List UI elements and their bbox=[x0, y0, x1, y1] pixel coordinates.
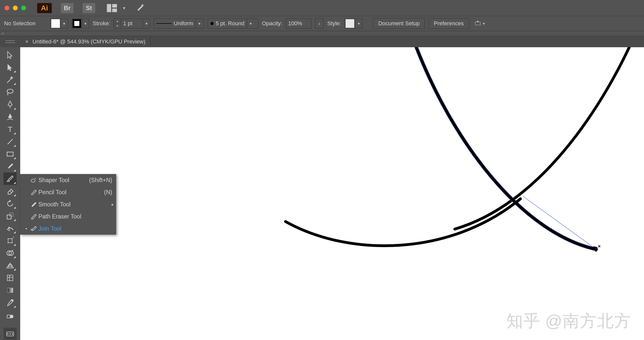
free-transform-tool[interactable] bbox=[4, 234, 17, 247]
svg-point-12 bbox=[8, 238, 9, 239]
svg-point-25 bbox=[12, 333, 13, 334]
fill-swatch[interactable]: ▾ bbox=[50, 18, 68, 29]
direct-selection-tool[interactable] bbox=[4, 61, 17, 74]
flyout-path-eraser-tool[interactable]: Path Eraser Tool bbox=[20, 210, 116, 223]
eraser-tool[interactable] bbox=[4, 185, 17, 197]
stroke-weight-value[interactable]: 1 pt bbox=[121, 20, 143, 27]
gradient-tool[interactable] bbox=[4, 284, 17, 296]
stroke-weight-caret[interactable]: ▾ bbox=[143, 19, 150, 28]
flyout-item-label: Join Tool bbox=[38, 225, 116, 232]
flyout-item-label: Path Eraser Tool bbox=[38, 213, 116, 220]
opacity-field[interactable]: 100% bbox=[286, 18, 312, 29]
svg-point-13 bbox=[12, 238, 13, 239]
flyout-item-shortcut: (N) bbox=[104, 189, 116, 196]
line-segment-tool[interactable] bbox=[4, 135, 17, 148]
selection-status: No Selection bbox=[4, 20, 36, 27]
selection-tool[interactable] bbox=[4, 49, 17, 61]
more-tools-button[interactable] bbox=[4, 328, 17, 340]
tool-flyout-menu: Shaper Tool (Shift+N) Pencil Tool (N) Sm… bbox=[20, 174, 116, 235]
stock-button[interactable]: St bbox=[83, 3, 95, 13]
style-label: Style: bbox=[327, 20, 341, 27]
flyout-join-tool[interactable]: ▪ Join Tool bbox=[20, 223, 116, 235]
svg-rect-3 bbox=[475, 22, 480, 25]
brush-definition[interactable]: 5 pt. Round ▾ bbox=[208, 18, 258, 29]
rectangle-tool[interactable] bbox=[4, 148, 17, 160]
svg-line-6 bbox=[8, 139, 13, 144]
svg-point-24 bbox=[10, 333, 11, 334]
align-to-selection[interactable]: ▾ bbox=[474, 20, 485, 27]
stroke-weight-field[interactable]: ▴▾ 1 pt ▾ bbox=[114, 18, 150, 29]
style-caret[interactable]: ▾ bbox=[355, 19, 362, 28]
tab-bar-grip[interactable] bbox=[0, 36, 20, 47]
magic-wand-tool[interactable] bbox=[4, 74, 17, 86]
svg-text:T: T bbox=[8, 125, 12, 133]
profile-label: Uniform bbox=[174, 20, 196, 27]
watermark: 知乎 @南方北方 bbox=[506, 310, 631, 332]
main-area: T Shaper Tool (Shift+N) bbox=[0, 47, 644, 340]
brush-caret[interactable]: ▾ bbox=[247, 19, 254, 28]
close-tab-icon[interactable]: × bbox=[25, 38, 29, 45]
mesh-tool[interactable] bbox=[4, 272, 17, 284]
variable-width-profile[interactable]: Uniform ▾ bbox=[154, 18, 204, 29]
svg-rect-18 bbox=[7, 275, 13, 281]
scale-tool[interactable] bbox=[4, 210, 17, 222]
app-badge: Ai bbox=[37, 3, 52, 13]
submenu-arrow-icon: ▸ bbox=[112, 202, 114, 207]
stroke-label: Stroke: bbox=[93, 20, 110, 27]
zoom-window-button[interactable] bbox=[21, 6, 26, 10]
arrange-dropdown-caret[interactable]: ▾ bbox=[123, 5, 125, 11]
curvature-tool[interactable] bbox=[4, 111, 17, 123]
arrange-documents-button[interactable] bbox=[106, 3, 118, 13]
smooth-tool-icon bbox=[29, 201, 38, 208]
flyout-item-label: Pencil Tool bbox=[38, 189, 104, 196]
shaper-tool-group[interactable] bbox=[4, 173, 17, 185]
opacity-label: Opacity: bbox=[262, 20, 282, 27]
opacity-expand-button[interactable]: › bbox=[315, 18, 324, 29]
paintbrush-tool[interactable] bbox=[4, 160, 17, 173]
current-tool-marker: ▪ bbox=[24, 226, 29, 231]
svg-rect-7 bbox=[7, 152, 13, 156]
line-preview-icon bbox=[156, 23, 172, 24]
svg-rect-1 bbox=[112, 4, 117, 8]
lasso-tool[interactable] bbox=[4, 86, 17, 98]
stroke-weight-stepper[interactable]: ▴▾ bbox=[114, 19, 121, 28]
stroke-swatch[interactable]: ▾ bbox=[71, 18, 89, 29]
watermark-site: 知乎 bbox=[506, 310, 541, 332]
document-tab[interactable]: × Untitled-6* @ 544.93% (CMYK/GPU Previe… bbox=[20, 36, 151, 47]
path-eraser-tool-icon bbox=[29, 213, 38, 220]
svg-point-27 bbox=[31, 179, 35, 182]
opacity-value[interactable]: 100% bbox=[286, 20, 311, 27]
flyout-shaper-tool[interactable]: Shaper Tool (Shift+N) bbox=[20, 174, 116, 186]
gpu-preview-icon[interactable] bbox=[136, 3, 145, 13]
width-tool[interactable] bbox=[4, 222, 17, 234]
join-tool-icon bbox=[29, 225, 38, 232]
flyout-smooth-tool[interactable]: Smooth Tool ▸ bbox=[20, 198, 116, 210]
shape-builder-tool[interactable] bbox=[4, 247, 17, 259]
svg-point-22 bbox=[10, 315, 13, 318]
svg-line-8 bbox=[10, 191, 12, 193]
fill-dropdown-caret[interactable]: ▾ bbox=[61, 19, 68, 28]
eyedropper-tool[interactable] bbox=[4, 296, 17, 309]
svg-point-20 bbox=[11, 299, 13, 301]
graphic-style-swatch[interactable]: ▾ bbox=[345, 18, 362, 29]
minimize-window-button[interactable] bbox=[13, 6, 18, 10]
panel-dock-toggle[interactable]: ›› bbox=[0, 31, 644, 36]
blend-tool[interactable] bbox=[4, 310, 17, 323]
pen-tool[interactable] bbox=[4, 98, 17, 111]
svg-point-4 bbox=[7, 89, 13, 93]
svg-point-23 bbox=[7, 333, 9, 334]
flyout-pencil-tool[interactable]: Pencil Tool (N) bbox=[20, 186, 116, 198]
options-bar: No Selection ▾ ▾ Stroke: ▴▾ 1 pt ▾ Unifo… bbox=[0, 16, 644, 31]
flyout-item-label: Smooth Tool bbox=[38, 201, 116, 208]
preferences-button[interactable]: Preferences bbox=[428, 18, 469, 29]
close-window-button[interactable] bbox=[5, 6, 9, 10]
svg-rect-21 bbox=[7, 315, 10, 318]
rotate-tool[interactable] bbox=[4, 197, 17, 210]
macos-titlebar: Ai Br St ▾ bbox=[0, 0, 644, 16]
type-tool[interactable]: T bbox=[4, 123, 17, 135]
profile-caret[interactable]: ▾ bbox=[196, 19, 203, 28]
bridge-button[interactable]: Br bbox=[61, 3, 74, 13]
stroke-dropdown-caret[interactable]: ▾ bbox=[82, 19, 89, 28]
document-setup-button[interactable]: Document Setup bbox=[373, 18, 425, 29]
perspective-grid-tool[interactable] bbox=[4, 259, 17, 272]
